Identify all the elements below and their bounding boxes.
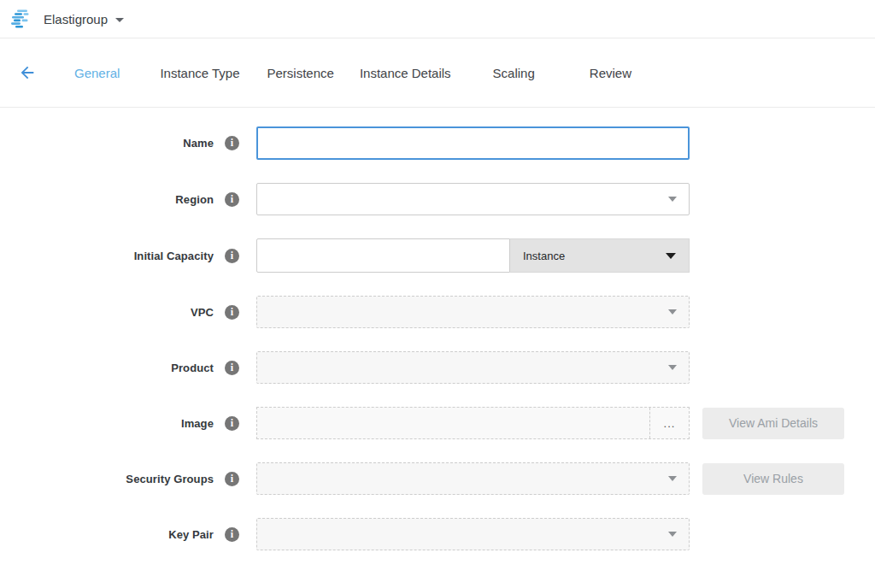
arrow-left-icon (18, 63, 37, 82)
form-row-vpc: VPC i (0, 296, 875, 328)
info-icon[interactable]: i (225, 361, 239, 375)
initial-capacity-input[interactable] (256, 238, 510, 273)
capacity-unit-value: Instance (523, 250, 565, 262)
back-button[interactable] (16, 62, 38, 84)
product-label: Product (171, 362, 214, 374)
vpc-label: VPC (191, 306, 214, 319)
general-settings-form: Name i Region i Initial Capacity i Inst (0, 108, 875, 550)
chevron-down-icon (668, 365, 677, 370)
info-icon[interactable]: i (225, 192, 239, 207)
security-groups-select (256, 462, 690, 495)
wizard-tabs: General Instance Type Persistence Instan… (74, 66, 631, 80)
chevron-down-icon (668, 532, 677, 537)
form-row-product: Product i (0, 351, 875, 384)
view-ami-details-button[interactable]: View Ami Details (702, 408, 844, 439)
form-row-security-groups: Security Groups i View Rules (0, 462, 875, 495)
topbar: Elastigroup (0, 0, 875, 38)
tab-instance-details[interactable]: Instance Details (360, 66, 451, 80)
chevron-down-icon (668, 197, 677, 202)
form-row-image: Image i ... View Ami Details (0, 407, 875, 439)
chevron-down-icon (666, 253, 676, 259)
vpc-select (256, 296, 690, 328)
name-label: Name (183, 137, 214, 150)
chevron-down-icon (668, 309, 677, 315)
chevron-down-icon (115, 18, 124, 22)
form-row-region: Region i (0, 183, 875, 215)
region-label: Region (175, 193, 214, 206)
capacity-unit-select[interactable]: Instance (510, 238, 690, 273)
form-row-initial-capacity: Initial Capacity i Instance (0, 238, 875, 273)
tab-general[interactable]: General (74, 66, 120, 80)
app-title: Elastigroup (44, 12, 108, 26)
product-select (256, 351, 690, 384)
image-field: ... (256, 407, 690, 439)
tab-persistence[interactable]: Persistence (267, 66, 334, 80)
app-switcher[interactable]: Elastigroup (11, 9, 124, 28)
region-select[interactable] (256, 183, 690, 215)
info-icon[interactable]: i (225, 527, 239, 542)
tab-instance-type[interactable]: Instance Type (160, 66, 239, 80)
tab-scaling[interactable]: Scaling (493, 66, 535, 80)
tab-review[interactable]: Review (590, 66, 631, 80)
info-icon[interactable]: i (225, 416, 239, 431)
info-icon[interactable]: i (225, 136, 239, 150)
key-pair-select (256, 518, 690, 550)
elastigroup-logo-icon (11, 9, 34, 28)
image-field-value (257, 408, 649, 438)
chevron-down-icon (668, 476, 677, 481)
form-row-key-pair: Key Pair i (0, 518, 875, 550)
image-browse-button[interactable]: ... (649, 408, 689, 438)
info-icon[interactable]: i (225, 472, 239, 486)
initial-capacity-label: Initial Capacity (134, 250, 214, 262)
image-label: Image (181, 417, 214, 430)
security-groups-label: Security Groups (126, 473, 214, 485)
form-row-name: Name i (0, 126, 875, 160)
key-pair-label: Key Pair (168, 528, 214, 541)
view-rules-button[interactable]: View Rules (702, 463, 844, 495)
info-icon[interactable]: i (225, 305, 239, 320)
wizard-tabbar: General Instance Type Persistence Instan… (0, 38, 875, 108)
info-icon[interactable]: i (225, 249, 239, 263)
name-input[interactable] (256, 126, 690, 160)
